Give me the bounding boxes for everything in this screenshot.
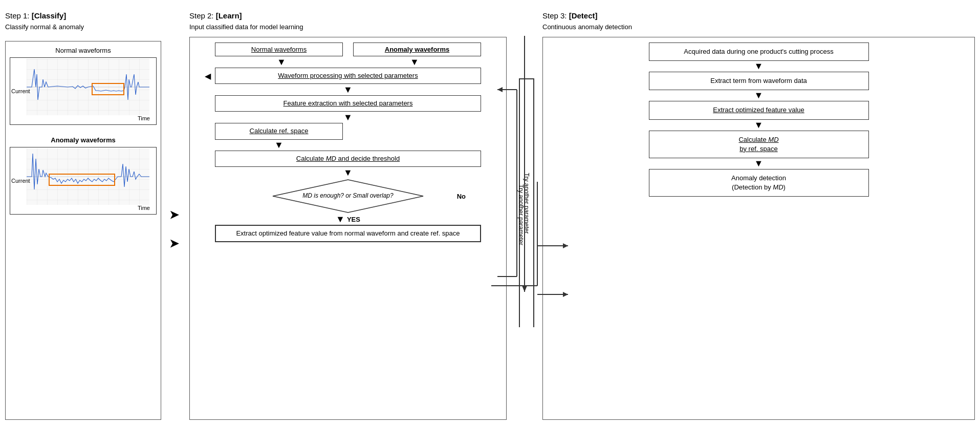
step2-label: [Learn] bbox=[216, 11, 242, 20]
arrow-down-2: ▼ bbox=[343, 113, 353, 122]
anomaly-axis-y: Current bbox=[11, 178, 30, 184]
yes-label: YES bbox=[347, 216, 360, 223]
arrow-bottom: ➤ bbox=[169, 237, 179, 250]
svg-marker-8 bbox=[522, 286, 527, 292]
step3-num: Step 3: bbox=[542, 11, 569, 20]
feature-extraction-box: Feature extraction with selected paramet… bbox=[215, 95, 481, 112]
step3-header: Step 3: [Detect] Continuous anomaly dete… bbox=[542, 10, 975, 32]
arrow-down-3-wrapper: ▼ bbox=[215, 140, 481, 151]
normal-waveform-box: Current bbox=[10, 57, 157, 125]
step2-to-step3-arrow bbox=[512, 10, 537, 420]
anomaly-waveform-box: Current Time bbox=[10, 147, 157, 215]
diamond-text: MD is enough? or Small overlap? bbox=[302, 192, 393, 200]
step2-header: Step 2: [Learn] Input classified data fo… bbox=[189, 10, 507, 32]
normal-axis-x: Time bbox=[21, 115, 154, 122]
step2-normal-box: Normal waveforms bbox=[215, 42, 343, 56]
step1-outer-box: Normal waveforms Current bbox=[5, 41, 161, 420]
step1-label: [Classify] bbox=[32, 11, 67, 20]
normal-waveform-title: Normal waveforms bbox=[10, 45, 157, 54]
arrow-down-4: ▼ bbox=[343, 168, 353, 177]
normal-axis-y: Current bbox=[11, 88, 30, 94]
s3-box5: Anomaly detection(Detection by MD) bbox=[649, 169, 869, 197]
no-label: No bbox=[457, 192, 466, 200]
diamond-wrapper: MD is enough? or Small overlap? No bbox=[215, 178, 481, 214]
ref-space-wrapper: Calculate ref. space bbox=[215, 123, 481, 139]
s3-arrow3: ▼ bbox=[754, 120, 764, 131]
normal-waveform-svg bbox=[27, 59, 149, 115]
yes-section: ▼ YES bbox=[215, 214, 481, 225]
step1-subtitle: Classify normal & anomaly bbox=[5, 23, 84, 31]
arrow-down-1: ▼ bbox=[343, 85, 353, 94]
top-arrows-down: ▼ ▼ bbox=[215, 57, 481, 67]
yes-arrow-row: ▼ YES bbox=[336, 214, 360, 225]
step1-section: Step 1: [Classify] Classify normal & ano… bbox=[5, 10, 164, 420]
waveform-processing-box: Waveform processing with selected parame… bbox=[215, 68, 481, 84]
s3-box1: Acquired data during one product's cutti… bbox=[649, 42, 869, 61]
step3-subtitle: Continuous anomaly detection bbox=[542, 23, 632, 31]
arrow-top: ➤ bbox=[169, 208, 179, 222]
s3-box2: Extract term from waveform data bbox=[649, 72, 869, 90]
anomaly-waveform-svg bbox=[27, 148, 149, 205]
step3-label: [Detect] bbox=[569, 11, 598, 20]
calculate-md-box: Calculate MD and decide threshold bbox=[215, 151, 481, 167]
step3-section: Step 3: [Detect] Continuous anomaly dete… bbox=[537, 10, 975, 420]
step2-inner-box: Normal waveforms Anomaly waveforms ▼ ▼ W… bbox=[189, 37, 507, 420]
s3-box4: Calculate MDby ref. space bbox=[649, 131, 869, 158]
waveform-processing-wrapper: Waveform processing with selected parame… bbox=[215, 68, 481, 84]
s3-arrow4: ▼ bbox=[754, 158, 764, 169]
step2-flow: Normal waveforms Anomaly waveforms ▼ ▼ W… bbox=[215, 42, 481, 242]
step2-section: Step 2: [Learn] Input classified data fo… bbox=[184, 10, 512, 420]
yes-arrow: ▼ bbox=[336, 214, 345, 225]
decision-diamond: MD is enough? or Small overlap? bbox=[271, 178, 425, 214]
step1-to-step2-arrows: ➤ ➤ bbox=[164, 10, 184, 420]
feedback-arrow-head: ◀ bbox=[205, 71, 211, 81]
normal-waveform-section: Normal waveforms Current bbox=[10, 45, 157, 125]
diagram-container: Step 1: [Classify] Classify normal & ano… bbox=[0, 0, 980, 425]
anomaly-waveform-section: Anomaly waveforms Current bbox=[10, 134, 157, 215]
final-box: Extract optimized feature value from nor… bbox=[215, 225, 481, 242]
connector-svg bbox=[512, 36, 537, 292]
s3-box3: Extract optimized feature value bbox=[649, 101, 869, 119]
s3-arrow1: ▼ bbox=[754, 61, 764, 72]
step2-top-row: Normal waveforms Anomaly waveforms bbox=[215, 42, 481, 56]
step2-subtitle: Input classified data for model learning bbox=[189, 23, 303, 31]
calculate-ref-box: Calculate ref. space bbox=[215, 123, 343, 139]
step3-inner-box: Acquired data during one product's cutti… bbox=[542, 37, 975, 420]
step1-header: Step 1: [Classify] Classify normal & ano… bbox=[5, 10, 161, 32]
step3-flow: Acquired data during one product's cutti… bbox=[649, 42, 869, 197]
arrow-down-3: ▼ bbox=[215, 140, 343, 151]
step2-num: Step 2: bbox=[189, 11, 216, 20]
s3-arrow2: ▼ bbox=[754, 90, 764, 101]
step1-num: Step 1: bbox=[5, 11, 32, 20]
anomaly-axis-x: Time bbox=[21, 205, 154, 212]
step2-anomaly-box: Anomaly waveforms bbox=[353, 42, 481, 56]
anomaly-waveform-title: Anomaly waveforms bbox=[10, 134, 157, 144]
